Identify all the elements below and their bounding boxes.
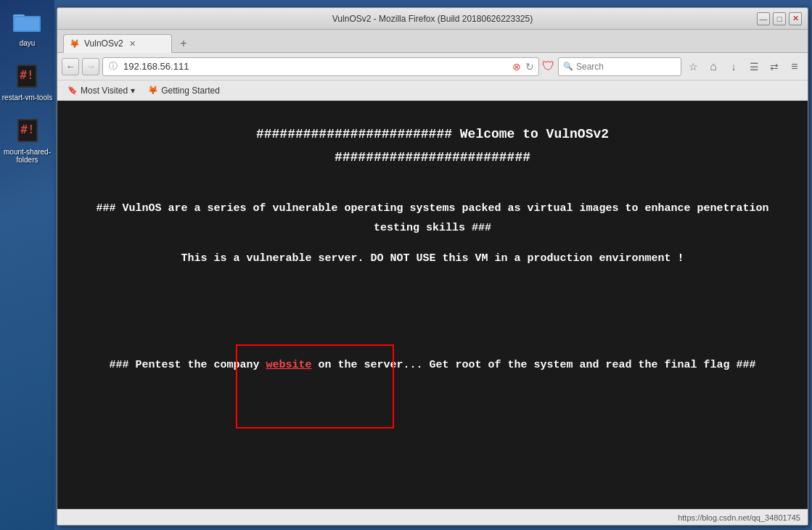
svg-text:#!: #! xyxy=(20,68,34,82)
browser-window: VulnOSv2 - Mozilla Firefox (Build 201806… xyxy=(57,7,808,526)
back-button[interactable]: ← xyxy=(62,58,79,75)
most-visited-label: Most Visited xyxy=(81,86,128,96)
minimize-button[interactable]: — xyxy=(757,12,770,25)
search-icon: 🔍 xyxy=(563,62,573,71)
warning-text: This is a vulnerable server. DO NOT USE … xyxy=(181,252,684,265)
desktop-icon-restart-vm-tools[interactable]: #! restart-vm-tools xyxy=(2,62,52,102)
tab-bar: 🦊 VulnOSv2 ✕ + xyxy=(57,30,808,53)
nav-bar: ← → ⓘ ⊗ ↻ 🛡 🔍 ☆ ⌂ ↓ ☰ ⇄ ≡ xyxy=(57,53,808,80)
browser-title: VulnOSv2 - Mozilla Firefox (Build 201806… xyxy=(332,14,533,24)
desktop-icon-dayu-label: dayu xyxy=(20,39,36,47)
welcome-line2: ######################### xyxy=(256,146,609,169)
website-link[interactable]: website xyxy=(266,359,311,371)
getting-started-bookmark[interactable]: 🦊 Getting Started xyxy=(144,84,224,97)
most-visited-bookmark[interactable]: 🔖 Most Visited ▾ xyxy=(63,84,139,97)
new-tab-button[interactable]: + xyxy=(175,35,192,52)
address-bar[interactable]: ⓘ ⊗ ↻ xyxy=(102,57,539,76)
shield-icon[interactable]: 🛡 xyxy=(542,59,555,74)
bookmark-star-button[interactable]: ☆ xyxy=(684,58,702,75)
desktop: dayu #! restart-vm-tools #! mount-shared… xyxy=(0,0,54,530)
getting-started-label: Getting Started xyxy=(161,86,220,96)
share-button[interactable]: ⇄ xyxy=(766,58,783,75)
pentest-prefix: ### Pentest the company xyxy=(109,359,266,371)
forward-button[interactable]: → xyxy=(82,58,99,75)
desktop-icon-restart-label: restart-vm-tools xyxy=(2,94,52,102)
close-button[interactable]: ✕ xyxy=(789,12,802,25)
address-input[interactable] xyxy=(123,61,508,72)
status-bar: https://blog.csdn.net/qq_34801745 xyxy=(57,509,808,525)
maximize-button[interactable]: □ xyxy=(773,12,786,25)
downloads-button[interactable]: ↓ xyxy=(725,58,742,75)
welcome-header: ######################### Welcome to Vul… xyxy=(256,123,609,170)
firefox-icon: 🦊 xyxy=(148,86,158,95)
bookmark-icon: 🔖 xyxy=(67,86,78,95)
reload-icon[interactable]: ↻ xyxy=(525,61,534,73)
window-controls: — □ ✕ xyxy=(757,12,802,25)
bookmarks-bar: 🔖 Most Visited ▾ 🦊 Getting Started xyxy=(57,80,808,101)
tab-vulnosv2[interactable]: 🦊 VulnOSv2 ✕ xyxy=(63,34,172,53)
description-text: ### VulnOS are a series of vulnerable op… xyxy=(72,199,793,238)
status-url: https://blog.csdn.net/qq_34801745 xyxy=(678,513,800,522)
pocket-button[interactable]: ☰ xyxy=(745,58,763,75)
desktop-icon-mount-label: mount-shared-folders xyxy=(0,148,54,164)
svg-rect-3 xyxy=(15,17,39,30)
title-bar: VulnOSv2 - Mozilla Firefox (Build 201806… xyxy=(57,8,808,30)
tab-label: VulnOSv2 xyxy=(84,38,123,49)
pentest-section: ### Pentest the company website on the s… xyxy=(109,359,755,371)
chevron-down-icon: ▾ xyxy=(131,86,135,96)
welcome-line1: ######################### Welcome to Vul… xyxy=(256,123,609,146)
menu-button[interactable]: ≡ xyxy=(786,58,803,75)
svg-text:#!: #! xyxy=(20,123,34,136)
search-bar[interactable]: 🔍 xyxy=(558,57,681,76)
folder-icon xyxy=(13,7,42,36)
tab-close-button[interactable]: ✕ xyxy=(128,38,138,49)
page-content: ######################### Welcome to Vul… xyxy=(57,101,808,509)
home-button[interactable]: ⌂ xyxy=(705,58,722,75)
pentest-suffix: on the server... Get root of the system … xyxy=(311,359,755,371)
desktop-icon-mount-shared-folders[interactable]: #! mount-shared-folders xyxy=(0,116,54,164)
script-icon-restart: #! xyxy=(12,62,41,91)
info-icon: ⓘ xyxy=(107,61,119,73)
desktop-icon-dayu[interactable]: dayu xyxy=(13,7,42,47)
search-input[interactable] xyxy=(576,62,685,72)
stop-loading-icon[interactable]: ⊗ xyxy=(512,61,521,73)
script-icon-mount: #! xyxy=(13,116,42,145)
red-highlight-box xyxy=(236,344,394,428)
